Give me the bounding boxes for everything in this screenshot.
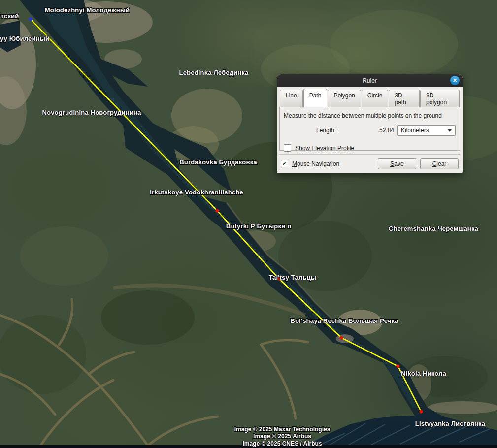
tab-circle[interactable]: Circle <box>362 90 389 107</box>
map-canvas[interactable]: утскийMolodezhnyi Молодежныйпуу Юбилейны… <box>0 0 497 448</box>
close-icon[interactable]: ✕ <box>450 76 460 85</box>
attribution-line: Image © 2025 Maxar Technologies <box>234 426 331 433</box>
ruler-dialog: Ruler ✕ LinePathPolygonCircle3D path3D p… <box>277 74 463 173</box>
tab-path[interactable]: Path <box>303 89 328 107</box>
path-start-point[interactable] <box>29 18 33 21</box>
clear-button[interactable]: Clear <box>420 158 459 169</box>
path-vertex-point[interactable] <box>420 410 423 414</box>
save-button-label: Save <box>390 160 403 167</box>
path-vertex-point[interactable] <box>216 209 219 213</box>
clear-button-label: Clear <box>432 160 447 167</box>
attribution-line: Image © 2025 Airbus <box>234 433 331 440</box>
measure-path[interactable] <box>0 0 497 448</box>
unit-selected-value: Kilometers <box>401 127 429 134</box>
ruler-tabs: LinePathPolygonCircle3D path3D polygon <box>280 90 460 107</box>
ruler-titlebar[interactable]: Ruler ✕ <box>277 74 463 87</box>
tab-line[interactable]: Line <box>280 90 303 107</box>
unit-dropdown[interactable]: Kilometers <box>397 125 456 136</box>
dialog-title: Ruler <box>363 77 377 84</box>
tab-3d-path[interactable]: 3D path <box>389 90 420 107</box>
attribution-line: Image © 2025 CNES / Airbus <box>234 440 331 448</box>
chevron-down-icon <box>448 129 452 132</box>
elevation-label: Show Elevation Profile <box>295 145 354 152</box>
map-attribution: Image © 2025 Maxar TechnologiesImage © 2… <box>234 426 331 448</box>
length-value: 52.84 <box>379 127 394 134</box>
mouse-navigation-label: Mouse Navigation <box>292 160 339 167</box>
measure-description: Measure the distance between multiple po… <box>284 112 456 119</box>
tab-polygon[interactable]: Polygon <box>328 90 361 107</box>
length-label: Length: <box>316 127 336 134</box>
tab-3d-polygon[interactable]: 3D polygon <box>420 90 460 107</box>
ruler-tab-content: Measure the distance between multiple po… <box>279 107 460 151</box>
save-button[interactable]: Save <box>378 158 416 169</box>
elevation-checkbox[interactable] <box>284 144 291 152</box>
path-vertex-point[interactable] <box>340 336 343 340</box>
path-vertex-point[interactable] <box>277 277 281 281</box>
mouse-navigation-checkbox[interactable]: ✓ <box>281 160 288 167</box>
path-vertex-point[interactable] <box>397 365 400 368</box>
